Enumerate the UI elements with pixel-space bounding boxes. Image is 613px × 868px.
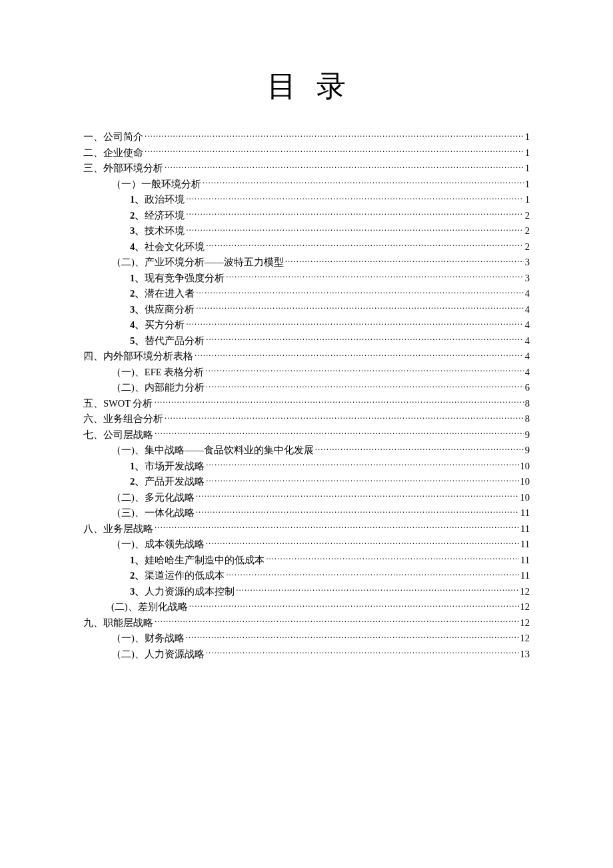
toc-entry: （一)、财务战略12 [83, 631, 530, 647]
toc-entry: 2、潜在进入者4 [83, 286, 530, 302]
toc-entry-label: 六、业务组合分析 [83, 411, 163, 427]
toc-page-number: 4 [525, 317, 530, 333]
toc-page-number: 1 [525, 145, 530, 161]
toc-entry-label: 2、经济环境 [130, 208, 185, 224]
toc-entry: 3、供应商分析4 [83, 302, 530, 318]
toc-dots [206, 335, 524, 344]
toc-dots [165, 413, 524, 422]
toc-title: 目录 [83, 67, 530, 106]
toc-dots [266, 554, 519, 563]
toc-entry: 八、业务层战略11 [83, 521, 530, 537]
toc-page-number: 8 [525, 396, 530, 412]
toc-dots [226, 272, 524, 281]
toc-entry-label: 一、公司简介 [83, 129, 143, 145]
toc-entry: 4、买方分析4 [83, 317, 530, 333]
toc-page-number: 11 [520, 537, 530, 553]
toc-page-number: 3 [525, 255, 530, 271]
toc-page-number: 12 [520, 615, 530, 631]
toc-entry: 九、职能层战略12 [83, 615, 530, 631]
toc-dots [165, 162, 524, 171]
toc-page-number: 11 [520, 568, 530, 584]
toc-entry-label: 4、社会文化环境 [130, 239, 205, 255]
toc-entry-label: 2、渠道运作的低成本 [130, 568, 225, 584]
toc-entry: 1、现有竞争强度分析3 [83, 271, 530, 287]
toc-entry: 三、外部环境分析1 [83, 161, 530, 177]
toc-entry: （一)、成本领先战略11 [83, 537, 530, 553]
toc-dots [206, 460, 518, 469]
toc-page-number: 3 [525, 271, 530, 287]
toc-dots [196, 491, 519, 501]
toc-entry: 2、经济环境2 [83, 208, 530, 224]
toc-page-number: 4 [525, 349, 530, 365]
toc-page-number: 4 [525, 302, 530, 318]
toc-entry-label: 1、政治环境 [130, 192, 185, 208]
toc-entry: 二、企业使命1 [83, 145, 530, 161]
toc-entry: （二)、多元化战略10 [83, 490, 530, 506]
toc-dots [206, 241, 524, 250]
toc-entry: 3、技术环境2 [83, 223, 530, 239]
toc-dots [205, 366, 524, 375]
toc-entry: 4、社会文化环境2 [83, 239, 530, 255]
toc-page-number: 4 [525, 333, 530, 349]
toc-entry: 3、人力资源的成本控制12 [83, 584, 530, 600]
toc-dots [285, 256, 524, 265]
toc-entry-label: （一）一般环境分析 [111, 177, 201, 193]
toc-page-number: 12 [520, 584, 530, 600]
toc-entry-label: 七、公司层战略 [83, 427, 153, 443]
toc-entry-label: （一)、集中战略——食品饮料业的集中化发展 [111, 443, 314, 459]
toc-page-number: 10 [520, 490, 530, 506]
toc-page-number: 1 [525, 177, 530, 193]
toc-dots [155, 617, 519, 626]
toc-dots [155, 429, 524, 438]
toc-dots [195, 350, 524, 359]
toc-entry-label: （二)、内部能力分析 [111, 380, 205, 396]
toc-page-number: 12 [520, 631, 530, 647]
toc-entry-label: （一)、EFE 表格分析 [111, 365, 204, 381]
toc-dots [196, 287, 524, 297]
toc-entry-label: 3、人力资源的成本控制 [130, 584, 235, 600]
toc-entry-label: 1、娃哈哈生产制造中的低成本 [130, 553, 265, 569]
toc-page-number: 9 [525, 443, 530, 459]
toc-page-number: 11 [520, 521, 530, 537]
toc-entry: (二)、差别化战略12 [83, 599, 530, 615]
toc-entry: 四、内外部环境分析表格4 [83, 349, 530, 365]
toc-entry: 1、娃哈哈生产制造中的低成本11 [83, 553, 530, 569]
toc-entry: （一)、EFE 表格分析4 [83, 365, 530, 381]
toc-entry-label: （二)、人力资源战略 [111, 647, 205, 663]
toc-entry: 1、政治环境1 [83, 192, 530, 208]
toc-entry: 六、业务组合分析8 [83, 411, 530, 427]
toc-page-number: 12 [520, 599, 530, 615]
toc-page-number: 1 [525, 192, 530, 208]
toc-dots [206, 381, 524, 391]
toc-entry-label: 5、替代产品分析 [130, 333, 205, 349]
toc-entry-label: 八、业务层战略 [83, 521, 153, 537]
toc-entry-label: 三、外部环境分析 [83, 161, 163, 177]
toc-dots [206, 538, 519, 547]
toc-dots [203, 178, 524, 187]
toc-entry-label: 1、市场开发战略 [130, 459, 205, 475]
toc-dots [155, 523, 519, 532]
toc-entry: （一)、集中战略——食品饮料业的集中化发展9 [83, 443, 530, 459]
toc-entry-label: 九、职能层战略 [83, 615, 153, 631]
toc-entry: 1、市场开发战略10 [83, 459, 530, 475]
toc-entry: （一）一般环境分析1 [83, 177, 530, 193]
toc-entry-label: 3、技术环境 [130, 223, 185, 239]
toc-entry-label: 2、产品开发战略 [130, 474, 205, 490]
toc-dots [315, 444, 524, 453]
toc-page-number: 2 [525, 239, 530, 255]
toc-entry: 五、SWOT 分析8 [83, 396, 530, 412]
toc-dots [196, 303, 524, 313]
toc-entry: （二)、内部能力分析6 [83, 380, 530, 396]
toc-page-number: 11 [520, 505, 530, 521]
toc-page-number: 9 [525, 427, 530, 443]
toc-entry-label: 二、企业使命 [83, 145, 143, 161]
toc-entry: （三)、一体化战略11 [83, 505, 530, 521]
toc-entry: 一、公司简介1 [83, 129, 530, 145]
toc-entry: 5、替代产品分析4 [83, 333, 530, 349]
toc-page-number: 2 [525, 223, 530, 239]
toc-dots [186, 225, 524, 234]
toc-entry-label: 1、现有竞争强度分析 [130, 271, 225, 287]
toc-entry-label: （三)、一体化战略 [111, 505, 195, 521]
toc-page-number: 2 [525, 208, 530, 224]
toc-dots [186, 632, 519, 641]
